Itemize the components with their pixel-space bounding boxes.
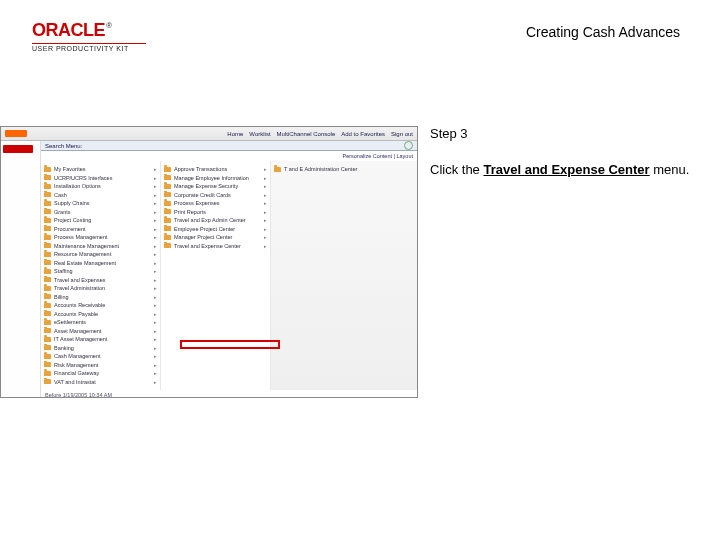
menu-item[interactable]: Travel and Expense Center▸ xyxy=(164,242,267,251)
chevron-right-icon: ▸ xyxy=(264,217,267,223)
chevron-right-icon: ▸ xyxy=(154,192,157,198)
menu-item[interactable]: My Favorites▸ xyxy=(44,165,157,174)
app-oracle-logo xyxy=(3,145,33,153)
chevron-right-icon: ▸ xyxy=(154,294,157,300)
chevron-right-icon: ▸ xyxy=(264,243,267,249)
menu-item[interactable]: Travel and Expenses▸ xyxy=(44,276,157,285)
top-link[interactable]: Worklist xyxy=(249,131,270,137)
folder-icon xyxy=(44,167,51,172)
folder-icon xyxy=(274,167,281,172)
menu-item[interactable]: UCRP/UCRS Interfaces▸ xyxy=(44,174,157,183)
app-brand-column xyxy=(1,141,41,397)
app-topbar: Home Worklist MultiChannel Console Add t… xyxy=(1,127,417,141)
chevron-right-icon: ▸ xyxy=(154,209,157,215)
folder-icon xyxy=(44,328,51,333)
chevron-right-icon: ▸ xyxy=(154,319,157,325)
top-link[interactable]: Add to Favorites xyxy=(341,131,385,137)
refresh-icon[interactable] xyxy=(404,141,413,150)
menu-item[interactable]: Corporate Credit Cards▸ xyxy=(164,191,267,200)
step-label: Step 3 xyxy=(430,126,690,141)
chevron-right-icon: ▸ xyxy=(154,353,157,359)
chevron-right-icon: ▸ xyxy=(154,370,157,376)
menu-item[interactable]: IT Asset Management▸ xyxy=(44,335,157,344)
top-link[interactable]: Home xyxy=(227,131,243,137)
menu-item[interactable]: Supply Chains▸ xyxy=(44,199,157,208)
menu-item[interactable]: Approve Transactions▸ xyxy=(164,165,267,174)
chevron-right-icon: ▸ xyxy=(264,166,267,172)
folder-icon xyxy=(164,209,171,214)
menu-item[interactable]: VAT and Intrastat▸ xyxy=(44,378,157,387)
folder-icon xyxy=(44,218,51,223)
chevron-right-icon: ▸ xyxy=(154,200,157,206)
menu-item[interactable]: Project Costing▸ xyxy=(44,216,157,225)
folder-icon xyxy=(44,260,51,265)
chevron-right-icon: ▸ xyxy=(154,166,157,172)
menu-item[interactable]: Manager Project Center▸ xyxy=(164,233,267,242)
menu-item[interactable]: Resource Management▸ xyxy=(44,250,157,259)
menu-item[interactable]: Print Reports▸ xyxy=(164,208,267,217)
menu-item[interactable]: Cash▸ xyxy=(44,191,157,200)
menu-item[interactable]: Travel Administration▸ xyxy=(44,284,157,293)
folder-icon xyxy=(44,226,51,231)
folder-icon xyxy=(44,235,51,240)
menu-item[interactable]: Financial Gateway▸ xyxy=(44,369,157,378)
chevron-right-icon: ▸ xyxy=(154,379,157,385)
instruction-panel: Step 3 Click the Travel and Expense Cent… xyxy=(430,126,690,179)
chevron-right-icon: ▸ xyxy=(154,183,157,189)
instruction-text: Click the Travel and Expense Center menu… xyxy=(430,161,690,179)
menu-panels: My Favorites▸UCRP/UCRS Interfaces▸Instal… xyxy=(41,161,417,390)
instruction-highlight xyxy=(180,340,280,349)
menu-header-label: Search Menu: xyxy=(45,143,82,149)
chevron-right-icon: ▸ xyxy=(154,345,157,351)
folder-icon xyxy=(164,226,171,231)
instruction-target: Travel and Expense Center xyxy=(483,162,649,177)
menu-item[interactable]: Accounts Receivable▸ xyxy=(44,301,157,310)
logo-tm: ® xyxy=(106,21,112,30)
menu-item[interactable]: Real Estate Management▸ xyxy=(44,259,157,268)
menu-header: Search Menu: xyxy=(41,141,417,151)
folder-icon xyxy=(44,362,51,367)
chevron-right-icon: ▸ xyxy=(154,251,157,257)
chevron-right-icon: ▸ xyxy=(264,183,267,189)
menu-item[interactable]: Staffing▸ xyxy=(44,267,157,276)
submenu-item[interactable]: T and E Administration Center xyxy=(274,165,414,174)
menu-item[interactable]: Employee Project Center▸ xyxy=(164,225,267,234)
menu-item[interactable]: Installation Options▸ xyxy=(44,182,157,191)
folder-icon xyxy=(164,243,171,248)
folder-icon xyxy=(44,354,51,359)
folder-icon xyxy=(44,345,51,350)
menu-item[interactable]: Maintenance Management▸ xyxy=(44,242,157,251)
chevron-right-icon: ▸ xyxy=(264,209,267,215)
oracle-logo: ORACLE® USER PRODUCTIVITY KIT xyxy=(32,20,146,52)
folder-icon xyxy=(44,184,51,189)
menu-item[interactable]: eSettlements▸ xyxy=(44,318,157,327)
menu-item[interactable]: Travel and Exp Admin Center▸ xyxy=(164,216,267,225)
logo-brand: ORACLE xyxy=(32,20,105,41)
folder-icon xyxy=(164,167,171,172)
menu-item[interactable]: Procurement▸ xyxy=(44,225,157,234)
menu-item[interactable]: Process Management▸ xyxy=(44,233,157,242)
menu-item[interactable]: Process Expenses▸ xyxy=(164,199,267,208)
folder-icon xyxy=(44,311,51,316)
document-title: Creating Cash Advances xyxy=(526,24,680,40)
folder-icon xyxy=(44,303,51,308)
menu-item[interactable]: Grants▸ xyxy=(44,208,157,217)
menu-item[interactable]: Manage Expense Security▸ xyxy=(164,182,267,191)
folder-icon xyxy=(164,201,171,206)
menu-item[interactable]: Asset Management▸ xyxy=(44,327,157,336)
top-link[interactable]: Sign out xyxy=(391,131,413,137)
menu-item[interactable]: Accounts Payable▸ xyxy=(44,310,157,319)
menu-item[interactable]: Manage Employee Information▸ xyxy=(164,174,267,183)
menu-item[interactable]: Banking▸ xyxy=(44,344,157,353)
folder-icon xyxy=(44,294,51,299)
menu-item[interactable]: Cash Management▸ xyxy=(44,352,157,361)
menu-item[interactable]: Risk Management▸ xyxy=(44,361,157,370)
screenshot-footer: Before 1/19/2005 10:34 AM xyxy=(41,390,417,398)
folder-icon xyxy=(44,337,51,342)
top-link[interactable]: MultiChannel Console xyxy=(277,131,336,137)
chevron-right-icon: ▸ xyxy=(154,234,157,240)
menu-item[interactable]: Billing▸ xyxy=(44,293,157,302)
personalize-link[interactable]: Personalize Content | Layout xyxy=(41,151,417,161)
app-screenshot: Home Worklist MultiChannel Console Add t… xyxy=(0,126,418,398)
folder-icon xyxy=(44,379,51,384)
